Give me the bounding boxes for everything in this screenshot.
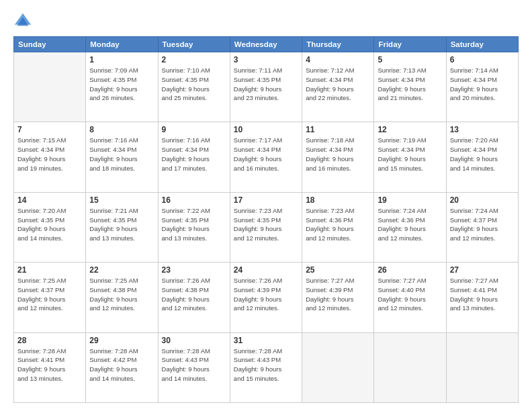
weekday-header-thursday: Thursday [302,37,374,52]
day-number: 4 [306,55,370,64]
day-number: 9 [162,125,226,134]
day-number: 6 [450,55,515,64]
calendar-week-row: 21Sunrise: 7:25 AM Sunset: 4:37 PM Dayli… [14,263,519,332]
day-number: 31 [234,336,298,345]
day-info: Sunrise: 7:27 AM Sunset: 4:39 PM Dayligh… [306,276,370,313]
calendar-cell: 14Sunrise: 7:20 AM Sunset: 4:35 PM Dayli… [14,192,86,262]
day-info: Sunrise: 7:13 AM Sunset: 4:34 PM Dayligh… [378,66,442,103]
day-info: Sunrise: 7:10 AM Sunset: 4:35 PM Dayligh… [162,66,226,103]
calendar-cell: 7Sunrise: 7:15 AM Sunset: 4:34 PM Daylig… [14,122,86,192]
day-number: 2 [162,55,226,64]
day-number: 27 [450,265,515,275]
day-info: Sunrise: 7:24 AM Sunset: 4:36 PM Dayligh… [378,206,442,243]
day-number: 3 [234,55,298,64]
logo-icon [13,12,32,31]
day-info: Sunrise: 7:18 AM Sunset: 4:34 PM Dayligh… [306,136,370,173]
day-number: 18 [306,195,370,205]
calendar-cell: 8Sunrise: 7:16 AM Sunset: 4:34 PM Daylig… [86,122,158,192]
day-info: Sunrise: 7:26 AM Sunset: 4:39 PM Dayligh… [234,276,298,313]
day-info: Sunrise: 7:28 AM Sunset: 4:43 PM Dayligh… [162,347,226,383]
calendar-cell: 28Sunrise: 7:28 AM Sunset: 4:41 PM Dayli… [14,332,86,402]
day-number: 12 [378,125,442,134]
weekday-header-monday: Monday [86,37,158,52]
day-info: Sunrise: 7:15 AM Sunset: 4:34 PM Dayligh… [17,136,82,173]
day-info: Sunrise: 7:17 AM Sunset: 4:34 PM Dayligh… [234,136,298,173]
day-number: 15 [89,195,154,205]
calendar-week-row: 7Sunrise: 7:15 AM Sunset: 4:34 PM Daylig… [14,122,519,192]
day-info: Sunrise: 7:19 AM Sunset: 4:34 PM Dayligh… [378,136,442,173]
page: SundayMondayTuesdayWednesdayThursdayFrid… [0,0,532,411]
weekday-header-sunday: Sunday [14,37,86,52]
day-info: Sunrise: 7:16 AM Sunset: 4:34 PM Dayligh… [89,136,154,173]
day-number: 20 [450,195,515,205]
calendar-cell: 4Sunrise: 7:12 AM Sunset: 4:34 PM Daylig… [302,52,374,122]
calendar-cell: 15Sunrise: 7:21 AM Sunset: 4:35 PM Dayli… [86,192,158,262]
calendar-cell: 27Sunrise: 7:27 AM Sunset: 4:41 PM Dayli… [446,263,518,332]
weekday-header-friday: Friday [374,37,446,52]
calendar-cell: 1Sunrise: 7:09 AM Sunset: 4:35 PM Daylig… [86,52,158,122]
day-info: Sunrise: 7:09 AM Sunset: 4:35 PM Dayligh… [89,66,154,103]
calendar-cell [446,332,518,402]
day-info: Sunrise: 7:16 AM Sunset: 4:34 PM Dayligh… [162,136,226,173]
day-info: Sunrise: 7:24 AM Sunset: 4:37 PM Dayligh… [450,206,515,243]
calendar-cell [302,332,374,402]
calendar-cell: 26Sunrise: 7:27 AM Sunset: 4:40 PM Dayli… [374,263,446,332]
day-info: Sunrise: 7:23 AM Sunset: 4:35 PM Dayligh… [234,206,298,243]
calendar-cell: 11Sunrise: 7:18 AM Sunset: 4:34 PM Dayli… [302,122,374,192]
day-info: Sunrise: 7:26 AM Sunset: 4:38 PM Dayligh… [162,276,226,313]
calendar-cell: 21Sunrise: 7:25 AM Sunset: 4:37 PM Dayli… [14,263,86,332]
calendar-cell: 13Sunrise: 7:20 AM Sunset: 4:34 PM Dayli… [446,122,518,192]
calendar-cell: 12Sunrise: 7:19 AM Sunset: 4:34 PM Dayli… [374,122,446,192]
calendar-cell: 3Sunrise: 7:11 AM Sunset: 4:35 PM Daylig… [230,52,302,122]
weekday-header-saturday: Saturday [446,37,518,52]
day-number: 19 [378,195,442,205]
calendar-cell: 24Sunrise: 7:26 AM Sunset: 4:39 PM Dayli… [230,263,302,332]
calendar-week-row: 1Sunrise: 7:09 AM Sunset: 4:35 PM Daylig… [14,52,519,122]
day-number: 1 [89,55,154,64]
calendar-cell: 9Sunrise: 7:16 AM Sunset: 4:34 PM Daylig… [158,122,230,192]
day-info: Sunrise: 7:27 AM Sunset: 4:40 PM Dayligh… [378,276,442,313]
day-info: Sunrise: 7:28 AM Sunset: 4:41 PM Dayligh… [17,347,82,383]
day-info: Sunrise: 7:25 AM Sunset: 4:37 PM Dayligh… [17,276,82,313]
day-number: 25 [306,265,370,275]
day-number: 21 [17,265,82,275]
day-number: 11 [306,125,370,134]
day-info: Sunrise: 7:11 AM Sunset: 4:35 PM Dayligh… [234,66,298,103]
day-number: 17 [234,195,298,205]
day-number: 29 [89,336,154,345]
logo [13,12,35,31]
top-section [13,12,519,31]
day-info: Sunrise: 7:22 AM Sunset: 4:35 PM Dayligh… [162,206,226,243]
calendar-cell: 16Sunrise: 7:22 AM Sunset: 4:35 PM Dayli… [158,192,230,262]
day-number: 23 [162,265,226,275]
day-number: 24 [234,265,298,275]
calendar-cell [14,52,86,122]
day-number: 22 [89,265,154,275]
day-number: 8 [89,125,154,134]
calendar-week-row: 28Sunrise: 7:28 AM Sunset: 4:41 PM Dayli… [14,332,519,402]
day-info: Sunrise: 7:12 AM Sunset: 4:34 PM Dayligh… [306,66,370,103]
calendar-cell: 20Sunrise: 7:24 AM Sunset: 4:37 PM Dayli… [446,192,518,262]
calendar-cell [374,332,446,402]
day-number: 5 [378,55,442,64]
calendar-cell: 17Sunrise: 7:23 AM Sunset: 4:35 PM Dayli… [230,192,302,262]
calendar-cell: 19Sunrise: 7:24 AM Sunset: 4:36 PM Dayli… [374,192,446,262]
day-info: Sunrise: 7:28 AM Sunset: 4:43 PM Dayligh… [234,347,298,383]
calendar-cell: 2Sunrise: 7:10 AM Sunset: 4:35 PM Daylig… [158,52,230,122]
day-info: Sunrise: 7:20 AM Sunset: 4:34 PM Dayligh… [450,136,515,173]
calendar-week-row: 14Sunrise: 7:20 AM Sunset: 4:35 PM Dayli… [14,192,519,262]
calendar-table: SundayMondayTuesdayWednesdayThursdayFrid… [13,36,519,403]
calendar-cell: 30Sunrise: 7:28 AM Sunset: 4:43 PM Dayli… [158,332,230,402]
weekday-header-wednesday: Wednesday [230,37,302,52]
day-number: 14 [17,195,82,205]
day-number: 13 [450,125,515,134]
weekday-header-tuesday: Tuesday [158,37,230,52]
day-number: 16 [162,195,226,205]
calendar-cell: 5Sunrise: 7:13 AM Sunset: 4:34 PM Daylig… [374,52,446,122]
day-info: Sunrise: 7:27 AM Sunset: 4:41 PM Dayligh… [450,276,515,313]
day-info: Sunrise: 7:25 AM Sunset: 4:38 PM Dayligh… [89,276,154,313]
day-info: Sunrise: 7:28 AM Sunset: 4:42 PM Dayligh… [89,347,154,383]
calendar-cell: 29Sunrise: 7:28 AM Sunset: 4:42 PM Dayli… [86,332,158,402]
day-info: Sunrise: 7:20 AM Sunset: 4:35 PM Dayligh… [17,206,82,243]
day-number: 7 [17,125,82,134]
